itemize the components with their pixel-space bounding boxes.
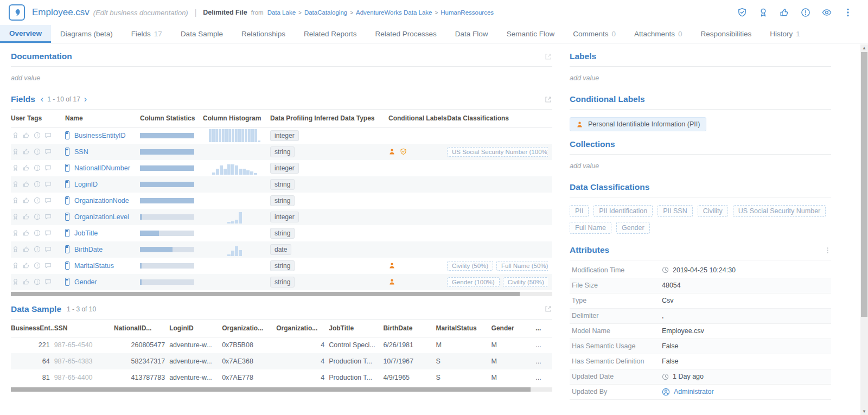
tab-data-flow[interactable]: Data Flow	[446, 25, 497, 43]
thumbs-up-icon[interactable]	[23, 197, 30, 204]
tab-responsibilities[interactable]: Responsibilities	[692, 25, 761, 43]
thumbs-up-icon[interactable]	[23, 278, 30, 285]
alert-circle-icon[interactable]	[34, 164, 41, 171]
kebab-menu-icon[interactable]	[843, 8, 853, 17]
next-page-icon[interactable]: ›	[84, 95, 87, 104]
tab-fields[interactable]: Fields17	[122, 25, 171, 43]
tab-semantic-flow[interactable]: Semantic Flow	[497, 25, 564, 43]
comment-icon[interactable]	[44, 164, 52, 171]
award-icon[interactable]	[12, 246, 19, 253]
comment-icon[interactable]	[44, 181, 52, 188]
classification-tag-us-social-security-number[interactable]: US Social Security Number	[733, 205, 826, 217]
field-name-link[interactable]: JobTitle	[65, 229, 136, 237]
comment-icon[interactable]	[44, 262, 52, 269]
classification-tag-full-name[interactable]: Full Name	[570, 222, 611, 234]
tab-overview[interactable]: Overview	[0, 25, 51, 43]
thumbs-up-icon[interactable]	[23, 181, 30, 188]
thumbs-up-icon[interactable]	[23, 229, 30, 237]
field-name-link[interactable]: OrganizationLevel	[65, 213, 136, 221]
alert-circle-icon[interactable]	[34, 229, 41, 237]
thumbs-up-icon[interactable]	[23, 262, 30, 269]
thumbs-up-icon[interactable]	[780, 8, 789, 17]
thumbs-up-icon[interactable]	[23, 148, 30, 155]
v-scrollbar-thumb[interactable]	[861, 52, 867, 317]
field-name-link[interactable]: SSN	[65, 148, 136, 156]
award-icon[interactable]	[12, 181, 19, 188]
thumbs-up-icon[interactable]	[23, 164, 30, 171]
alert-circle-icon[interactable]	[34, 213, 41, 220]
kebab-menu-icon[interactable]	[824, 247, 831, 254]
tab-related-processes[interactable]: Related Processes	[366, 25, 446, 43]
alert-circle-icon[interactable]	[34, 148, 41, 155]
classification-tag-pii[interactable]: PII	[570, 205, 589, 217]
conditional-label-badge[interactable]: Personal Identifiable Information (PII)	[570, 117, 706, 131]
expand-data-sample-icon[interactable]	[544, 305, 552, 313]
tab-related-reports[interactable]: Related Reports	[295, 25, 366, 43]
breadcrumb-link-humanressources[interactable]: HumanRessources	[441, 9, 494, 16]
field-name-link[interactable]: OrganizationNode	[65, 196, 136, 205]
alert-circle-icon[interactable]	[34, 197, 41, 204]
award-icon[interactable]	[12, 278, 19, 285]
breadcrumb-link-datacataloging[interactable]: DataCataloging	[304, 9, 347, 16]
thumbs-up-icon[interactable]	[23, 132, 30, 139]
scroll-up-icon[interactable]: ▲	[860, 46, 868, 50]
tab-relationships[interactable]: Relationships	[232, 25, 295, 43]
updated-by-link[interactable]: Administrator	[674, 388, 714, 395]
edit-documentation-link[interactable]: (Edit business documentation)	[93, 9, 188, 17]
alert-circle-icon[interactable]	[34, 262, 41, 269]
field-name-link[interactable]: Gender	[65, 278, 136, 286]
tab-diagrams-beta[interactable]: Diagrams (beta)	[51, 25, 122, 43]
award-icon[interactable]	[12, 262, 19, 269]
classification-badge[interactable]: Civility (50%)	[503, 277, 548, 287]
h-scrollbar-thumb[interactable]	[11, 292, 520, 296]
field-name-link[interactable]: BirthDate	[65, 245, 136, 253]
comment-icon[interactable]	[44, 213, 52, 220]
classification-tag-gender[interactable]: Gender	[616, 222, 650, 234]
comment-icon[interactable]	[44, 132, 52, 139]
field-name-link[interactable]: MaritalStatus	[65, 261, 136, 270]
classification-tag-pii-identification[interactable]: PII Identification	[593, 205, 653, 217]
alert-circle-icon[interactable]	[34, 278, 41, 285]
award-icon[interactable]	[12, 132, 19, 139]
classification-badge[interactable]: Gender (100%)	[447, 277, 500, 287]
documentation-placeholder[interactable]: add value	[11, 67, 552, 86]
tab-history[interactable]: History1	[761, 25, 809, 43]
award-icon[interactable]	[12, 229, 19, 237]
award-icon[interactable]	[758, 8, 768, 17]
classification-badge[interactable]: US Social Security Number (100%)	[447, 147, 548, 157]
field-name-link[interactable]: BusinessEntityID	[65, 131, 136, 139]
award-icon[interactable]	[12, 213, 19, 220]
comment-icon[interactable]	[44, 197, 52, 204]
previous-page-icon[interactable]: ‹	[41, 95, 43, 104]
field-name-link[interactable]: LoginID	[65, 180, 136, 188]
alert-circle-icon[interactable]	[34, 246, 41, 253]
tab-comments[interactable]: Comments0	[564, 25, 625, 43]
alert-circle-icon[interactable]	[34, 132, 41, 139]
comment-icon[interactable]	[44, 278, 52, 285]
page-v-scrollbar[interactable]: ▲ ▼	[860, 44, 868, 415]
alert-circle-icon[interactable]	[801, 8, 810, 17]
comment-icon[interactable]	[44, 148, 52, 155]
field-name-link[interactable]: NationalIDNumber	[65, 164, 136, 172]
classification-tag-pii-ssn[interactable]: PII SSN	[658, 205, 692, 217]
classification-badge[interactable]: Civility (50%)	[447, 261, 493, 271]
h-scrollbar-thumb[interactable]	[11, 387, 531, 392]
alert-circle-icon[interactable]	[34, 181, 41, 188]
tab-attachments[interactable]: Attachments0	[625, 25, 692, 43]
scroll-down-icon[interactable]: ▼	[860, 409, 868, 414]
shield-check-icon[interactable]	[737, 8, 747, 17]
labels-placeholder[interactable]: add value	[570, 67, 831, 86]
breadcrumb-link-data-lake[interactable]: Data Lake	[267, 9, 296, 16]
award-icon[interactable]	[12, 164, 19, 171]
tab-data-sample[interactable]: Data Sample	[171, 25, 232, 43]
classification-badge[interactable]: Full Name (50%)	[496, 261, 548, 271]
breadcrumb-link-adventureworks-data-lake[interactable]: AdventureWorks Data Lake	[356, 9, 432, 16]
comment-icon[interactable]	[44, 229, 52, 237]
comment-icon[interactable]	[44, 246, 52, 253]
thumbs-up-icon[interactable]	[23, 213, 30, 220]
award-icon[interactable]	[12, 197, 19, 204]
expand-documentation-icon[interactable]	[544, 53, 552, 61]
classification-tag-civility[interactable]: Civility	[698, 205, 728, 217]
award-icon[interactable]	[12, 148, 19, 155]
collections-placeholder[interactable]: add value	[570, 155, 831, 174]
